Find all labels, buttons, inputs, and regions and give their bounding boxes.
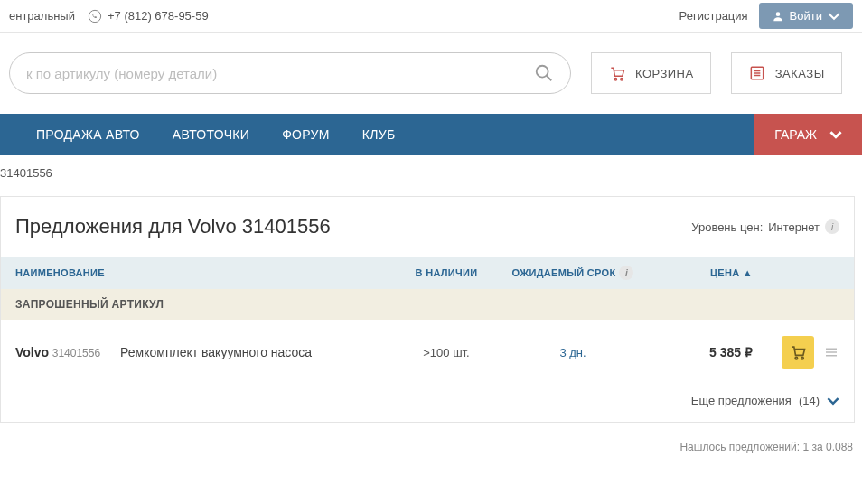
orders-label: ЗАКАЗЫ <box>775 67 825 80</box>
row-price: 5 385 ₽ <box>650 345 758 359</box>
search-icon[interactable] <box>534 63 554 83</box>
row-date[interactable]: 3 дн. <box>496 346 650 359</box>
info-icon[interactable]: i <box>825 219 839 234</box>
nav-points[interactable]: АВТОТОЧКИ <box>156 114 266 155</box>
page-title: Предложения для Volvo 31401556 <box>15 215 331 238</box>
phone-number: +7 (812) 678-95-59 <box>108 9 209 23</box>
result-footnote: Нашлось предложений: 1 за 0.088 <box>0 423 862 471</box>
info-icon[interactable]: i <box>619 266 633 280</box>
nav-garage[interactable]: ГАРАЖ <box>754 114 862 155</box>
more-menu-icon[interactable] <box>823 344 839 360</box>
cart-icon <box>789 343 807 361</box>
table-row: Volvo 31401556 Ремкомплект вакуумного на… <box>1 320 854 385</box>
col-date[interactable]: ОЖИДАЕМЫЙ СРОК i <box>496 266 650 280</box>
col-name[interactable]: НАИМЕНОВАНИЕ <box>15 267 397 278</box>
search-box[interactable] <box>9 52 571 94</box>
svg-point-10 <box>795 357 798 359</box>
price-level-value: Интернет <box>768 220 820 234</box>
row-article: 31401556 <box>52 347 100 359</box>
register-link[interactable]: Регистрация <box>679 9 748 23</box>
garage-label: ГАРАЖ <box>774 127 817 142</box>
user-icon <box>772 10 784 23</box>
breadcrumb: 31401556 <box>0 155 862 196</box>
phone-icon <box>88 9 102 23</box>
svg-point-2 <box>537 66 548 78</box>
more-label: Еще предложения <box>691 394 792 407</box>
col-price[interactable]: ЦЕНА ▲ <box>650 267 758 278</box>
more-count: (14) <box>799 394 820 407</box>
row-description: Ремкомплект вакуумного насоса <box>120 345 312 359</box>
orders-nav-button[interactable]: ЗАКАЗЫ <box>731 52 842 94</box>
col-date-label: ОЖИДАЕМЫЙ СРОК <box>512 267 616 278</box>
section-label: ЗАПРОШЕННЫЙ АРТИКУЛ <box>1 289 854 320</box>
nav-forum[interactable]: ФОРУМ <box>266 114 346 155</box>
chevron-down-icon <box>829 128 842 141</box>
chevron-down-icon <box>827 395 839 407</box>
phone-block: +7 (812) 678-95-59 <box>88 9 209 23</box>
row-brand[interactable]: Volvo <box>15 345 49 359</box>
nav-club[interactable]: КЛУБ <box>346 114 412 155</box>
svg-point-5 <box>621 78 623 80</box>
cart-icon <box>608 64 626 82</box>
price-level: Уровень цен: Интернет i <box>691 219 839 234</box>
region-selector[interactable]: ентральный <box>9 9 75 23</box>
chevron-down-icon <box>828 10 840 23</box>
svg-point-4 <box>614 78 617 80</box>
col-stock[interactable]: В НАЛИЧИИ <box>397 267 496 278</box>
svg-point-1 <box>775 12 780 16</box>
table-header: НАИМЕНОВАНИЕ В НАЛИЧИИ ОЖИДАЕМЫЙ СРОК i … <box>1 257 854 289</box>
more-offers-toggle[interactable]: Еще предложения (14) <box>1 385 854 422</box>
add-to-cart-button[interactable] <box>782 336 814 369</box>
cart-label: КОРЗИНА <box>635 67 694 80</box>
nav-sell[interactable]: ПРОДАЖА АВТО <box>20 114 156 155</box>
search-input[interactable] <box>26 66 534 81</box>
svg-point-0 <box>89 10 100 22</box>
cart-nav-button[interactable]: КОРЗИНА <box>591 52 711 94</box>
svg-point-11 <box>801 357 804 359</box>
login-label: Войти <box>790 9 822 23</box>
list-icon <box>748 64 766 82</box>
svg-line-3 <box>547 76 552 81</box>
price-level-label: Уровень цен: <box>691 220 763 234</box>
login-button[interactable]: Войти <box>759 3 853 29</box>
main-nav: ПРОДАЖА АВТО АВТОТОЧКИ ФОРУМ КЛУБ ГАРАЖ <box>0 114 862 155</box>
row-stock: >100 шт. <box>397 346 496 359</box>
